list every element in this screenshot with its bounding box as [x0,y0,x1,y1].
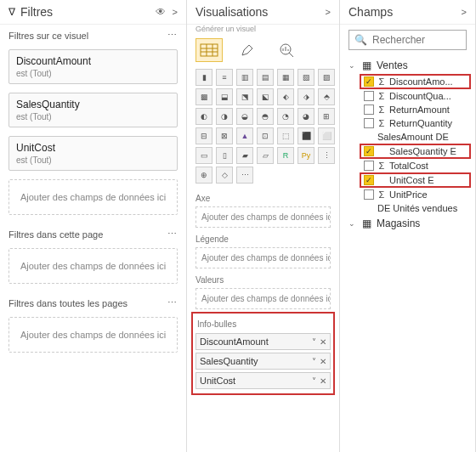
viz-type-icon[interactable]: ◑ [216,108,233,125]
checkbox-icon[interactable] [364,91,374,101]
tooltip-field-item[interactable]: DiscountAmount ˅✕ [196,333,331,350]
build-visual-button[interactable] [196,38,223,62]
viz-type-icon[interactable]: ⊡ [257,127,274,144]
viz-type-icon[interactable]: ⬔ [236,88,253,105]
viz-type-icon[interactable]: ⬜ [318,127,335,144]
viz-type-icon[interactable]: ⬓ [216,88,233,105]
viz-type-icon[interactable]: ◇ [216,167,233,184]
fields-search[interactable]: 🔍 [348,30,467,50]
viz-type-icon[interactable]: ⊕ [196,167,212,184]
field-label: DiscountQua... [389,91,475,101]
field-returnamount[interactable]: Σ ReturnAmount [340,103,475,116]
well-axe-dropzone[interactable]: Ajouter des champs de données ici [196,206,331,228]
viz-type-icon[interactable]: R [277,147,294,164]
well-valeurs-dropzone[interactable]: Ajouter des champs de données ici [196,288,331,309]
viz-type-icon[interactable]: ⬖ [277,88,294,105]
filters-all-section: Filtres dans toutes les pages ⋯ [0,292,186,314]
viz-type-icon[interactable]: ◓ [257,108,274,125]
viz-type-icon[interactable]: ⊠ [216,127,233,144]
filter-icon: ∇ [8,6,15,18]
viz-type-icon[interactable]: ⬛ [298,127,314,144]
viz-type-icon[interactable]: ▤ [257,69,274,86]
filter-all-dropzone[interactable]: Ajouter des champs de données ici [8,317,178,353]
table-magasins[interactable]: ⌄ ▦ Magasins [340,215,475,232]
field-discountamount[interactable]: ✓ Σ DiscountAmo... [360,75,470,88]
table-ventes[interactable]: ⌄ ▦ Ventes [340,57,475,74]
sigma-icon: Σ [377,161,386,171]
filter-card[interactable]: UnitCost est (Tout) [8,136,178,171]
viz-type-icon[interactable]: ▰ [236,147,253,164]
field-unitcost[interactable]: ✓ UnitCost E [360,173,470,187]
viz-type-icon[interactable]: ▨ [318,69,335,86]
field-discountquantity[interactable]: Σ DiscountQua... [340,89,475,103]
search-input[interactable] [372,34,461,46]
field-returnquantity[interactable]: Σ ReturnQuantity [340,116,475,130]
collapse-filters-icon[interactable]: > [173,7,178,17]
checkbox-icon[interactable] [364,118,374,128]
viz-type-icon[interactable]: ▲ [236,127,253,144]
field-salesamount-de[interactable]: SalesAmount DE [340,130,475,144]
tooltip-field-item[interactable]: SalesQuantity ˅✕ [196,353,331,370]
viz-type-icon[interactable]: ⊟ [196,127,212,144]
more-icon[interactable]: ⋯ [167,229,178,240]
viz-type-icon[interactable]: ⊞ [318,108,335,125]
field-unites-vendues[interactable]: DE Unités vendues [340,201,475,215]
filter-visual-dropzone[interactable]: Ajouter des champs de données ici [8,179,178,215]
fields-title: Champs [348,5,393,19]
remove-icon[interactable]: ✕ [320,376,326,386]
viz-type-icon[interactable]: ⋯ [236,167,253,184]
checkbox-icon[interactable] [364,161,374,171]
tooltip-field-item[interactable]: UnitCost ˅✕ [196,372,331,389]
remove-icon[interactable]: ✕ [320,357,326,366]
field-label: UnitCost E [389,175,470,185]
checkbox-icon[interactable]: ✓ [364,175,374,185]
viz-type-icon[interactable]: ◕ [298,108,314,125]
eye-icon[interactable]: 👁 [156,6,166,18]
tooltip-field-name: UnitCost [200,376,235,386]
chevron-down-icon[interactable]: ˅ [312,357,316,366]
more-icon[interactable]: ⋯ [167,297,178,308]
viz-type-icon[interactable]: ≡ [216,69,233,86]
remove-icon[interactable]: ✕ [320,337,326,347]
viz-type-icon[interactable]: ▮ [196,69,212,86]
filter-card[interactable]: DiscountAmount est (Tout) [8,49,178,84]
viz-type-icon[interactable]: ⬘ [318,88,335,105]
search-icon: 🔍 [354,34,367,46]
viz-type-icon[interactable]: ▭ [196,147,212,164]
viz-type-icon[interactable]: ◔ [277,108,294,125]
field-totalcost[interactable]: Σ TotalCost [340,159,475,172]
checkbox-icon[interactable] [364,105,374,115]
viz-type-icon[interactable]: ◐ [196,108,212,125]
viz-type-icon[interactable]: ⋮ [318,147,335,164]
viz-type-icon[interactable]: ⬕ [257,88,274,105]
viz-type-icon[interactable]: ▱ [257,147,274,164]
filters-pane: ∇ Filtres 👁 > Filtres sur ce visuel ⋯ Di… [0,0,187,452]
filters-visual-section: Filtres sur ce visuel ⋯ [0,25,186,46]
field-unitprice[interactable]: Σ UnitPrice [340,188,475,201]
viz-type-icon[interactable]: ◒ [236,108,253,125]
viz-type-icon[interactable]: ▧ [298,69,314,86]
format-visual-button[interactable] [235,38,262,62]
collapse-fields-icon[interactable]: > [462,7,467,17]
collapse-viz-icon[interactable]: > [326,7,331,17]
field-salesquantity[interactable]: ✓ SalesQuantity E [360,144,470,158]
analytics-button[interactable] [274,38,301,62]
viz-type-icon[interactable]: ▦ [277,69,294,86]
viz-type-icon[interactable]: Py [298,147,314,164]
checkbox-icon[interactable]: ✓ [364,146,374,156]
chevron-down-icon[interactable]: ˅ [312,376,316,386]
viz-type-icon[interactable]: ▯ [216,147,233,164]
filter-page-dropzone[interactable]: Ajouter des champs de données ici [8,248,178,284]
filter-card[interactable]: SalesQuantity est (Tout) [8,93,178,127]
viz-type-icon[interactable]: ▥ [236,69,253,86]
viz-type-icon[interactable]: ▩ [196,88,212,105]
more-icon[interactable]: ⋯ [167,30,178,41]
viz-type-icon[interactable]: ⬚ [277,127,294,144]
checkbox-icon[interactable]: ✓ [364,76,374,87]
well-legende-dropzone[interactable]: Ajouter des champs de données ici [196,247,331,268]
section-label: Filtres sur ce visuel [8,31,88,41]
checkbox-icon[interactable] [364,189,374,200]
sigma-icon: Σ [377,91,386,101]
chevron-down-icon[interactable]: ˅ [312,337,316,347]
viz-type-icon[interactable]: ⬗ [298,88,314,105]
